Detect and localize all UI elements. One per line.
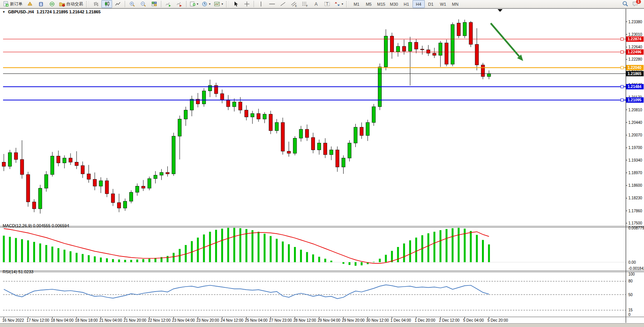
candles-group [2,19,491,214]
macd-histogram-bar [82,254,84,262]
tile-windows-button[interactable] [149,0,159,8]
toolbar-grip [346,1,349,7]
trend-arrow[interactable] [491,23,519,56]
time-label: 1 Dec 04:00 [390,318,411,322]
toolbar-separator [254,1,254,7]
macd-histogram-bar [209,232,211,262]
macd-histogram-bar [51,247,53,262]
candle-body [329,150,333,155]
search-icon[interactable] [622,1,628,8]
timeframe-mn-button[interactable]: MN [449,0,461,8]
price-tick-label: 1.22280 [628,57,642,61]
timeframe-d1-button[interactable]: D1 [425,0,437,8]
macd-histogram-bar [148,259,150,262]
zoom-out-button[interactable] [138,0,148,8]
line-handle[interactable] [621,66,623,69]
price-tag-label: 1.22496 [628,50,642,54]
candlestick-chart-icon [104,1,110,7]
fibonacci-button[interactable]: F [300,0,310,8]
svg-text:E: E [295,5,297,7]
templates-button[interactable]: ▾ [212,0,225,8]
time-label: 18 Nov 04:00 [51,318,74,322]
bar-chart-icon [93,1,99,7]
gold-button[interactable] [24,0,35,8]
candle-body [263,114,266,119]
line-handle[interactable] [621,99,623,101]
candle-body [475,44,479,65]
macd-histogram-bar [318,257,320,262]
chat-button[interactable]: 1 [632,1,639,8]
auto-scroll-button[interactable] [163,0,173,8]
price-tag-label: 1.22040 [628,66,642,70]
candle-body [457,23,460,36]
line-chart-button[interactable] [112,0,123,8]
vertical-line-button[interactable] [255,0,266,8]
timeframe-m1-button[interactable]: M1 [350,0,363,8]
candle-body [439,43,442,55]
macd-histogram-bar [118,260,120,262]
rsi-axis-label: 0 [628,313,631,317]
timeframe-w1-button[interactable]: W1 [437,0,449,8]
candle-body [366,122,369,135]
time-label: 24 Nov 12:00 [221,318,244,322]
candle-body [390,36,393,52]
line-handle[interactable] [621,51,623,53]
macd-histogram-bar [136,260,138,262]
bar-chart-button[interactable] [90,0,101,8]
macd-histogram-bar [39,244,41,262]
timeframe-m15-button[interactable]: M15 [375,0,387,8]
vertical-line-icon [259,1,263,7]
chart-shift-button[interactable] [174,0,185,8]
timeframe-m30-button[interactable]: M30 [387,0,400,8]
equidistant-channel-button[interactable]: E [289,0,299,8]
line-handle[interactable] [621,38,623,40]
candle-body [226,100,230,107]
rsi-line [4,285,489,298]
candle-body [384,36,388,67]
time-label: 28 Nov 12:00 [293,318,316,322]
timeframe-h1-button[interactable]: H1 [400,0,413,8]
macd-histogram-bar [415,237,417,262]
time-label: 21 Nov 04:00 [99,318,122,322]
chart-canvas[interactable]: 1.233801.230101.226401.222801.219101.215… [0,8,644,327]
time-axis: 16 Nov 202217 Nov 12:0018 Nov 04:0018 No… [2,317,508,322]
macd-histogram-bar [385,255,387,262]
arrows-button[interactable]: ▾ [333,0,345,8]
candle-body [99,181,103,186]
cursor-icon [233,1,238,7]
macd-histogram-bar [112,259,114,262]
trendline-button[interactable] [278,0,288,8]
time-label: 23 Nov 20:00 [196,318,219,322]
macd-histogram-bar [9,237,11,262]
shift-marker-icon [498,9,503,12]
macd-histogram-bar [263,234,265,262]
cursor-button[interactable] [230,0,241,8]
text-label-button[interactable]: T [322,0,332,8]
collapse-arrow-icon[interactable]: ▼ [2,10,5,14]
horizontal-line-button[interactable] [267,0,277,8]
signals-button[interactable] [47,0,57,8]
zoom-in-button[interactable] [127,0,137,8]
line-handle[interactable] [621,85,623,88]
autotrading-label: 自动交易 [66,1,83,7]
timeframe-h4-button[interactable]: H4 [413,0,425,8]
macd-histogram-bar [239,228,241,262]
macd-histogram-bar [482,240,484,262]
macd-histogram-bar [167,256,169,262]
candlestick-chart-button[interactable] [101,0,112,8]
indicators-button[interactable]: ▾ [188,0,200,8]
profiles-button[interactable] [35,0,46,8]
text-button[interactable]: A [311,0,321,8]
candle-body [245,110,248,117]
candle-body [275,122,278,131]
candle-body [105,181,109,194]
time-label: 2 Dec 12:00 [439,318,459,322]
new-order-button[interactable]: 新订单 [2,0,24,8]
candle-body [166,173,169,174]
timeframe-m5-button[interactable]: M5 [363,0,375,8]
macd-histogram-bar [476,235,478,262]
macd-histogram-bar [27,240,29,262]
autotrading-button[interactable]: 自动交易 [58,0,85,8]
crosshair-button[interactable] [241,0,252,8]
periods-button[interactable]: ▾ [200,0,212,8]
